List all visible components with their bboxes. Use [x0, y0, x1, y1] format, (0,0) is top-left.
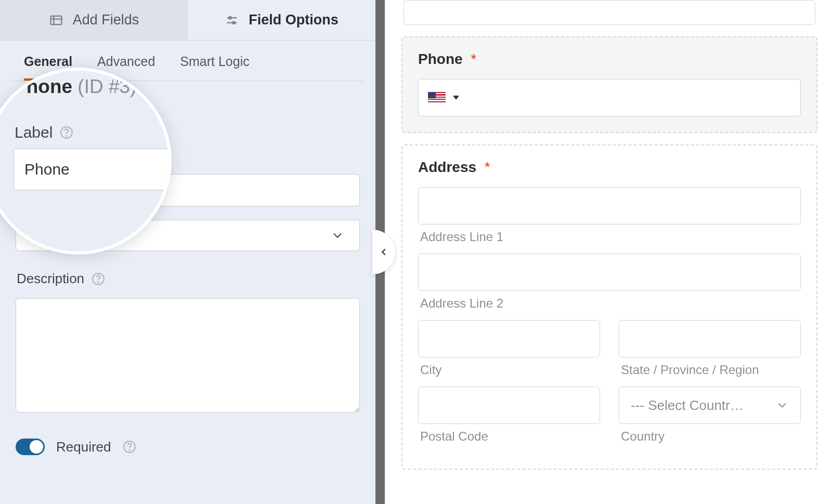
form-preview: Phone * Address * Address Line 1 Address…: [385, 0, 832, 504]
tab-field-options[interactable]: Field Options: [188, 0, 375, 40]
required-asterisk: *: [471, 51, 476, 67]
required-toggle[interactable]: [16, 439, 45, 455]
phone-input[interactable]: [418, 79, 801, 116]
city-label: City: [420, 363, 600, 377]
address-line1-label: Address Line 1: [420, 230, 801, 244]
preview-address-label: Address *: [418, 159, 801, 176]
tab-add-fields[interactable]: Add Fields: [0, 0, 188, 40]
preview-field-address[interactable]: Address * Address Line 1 Address Line 2 …: [401, 144, 817, 470]
svg-point-10: [98, 282, 98, 282]
preview-address-label-text: Address: [418, 159, 476, 175]
required-row: Required: [16, 439, 360, 455]
address-line2-input[interactable]: [418, 254, 801, 291]
field-options-panel: Add Fields Field Options General Advance…: [0, 0, 385, 504]
chevron-down-icon: [775, 399, 789, 412]
country-label: Country: [621, 429, 801, 444]
preview-phone-label-text: Phone: [418, 51, 463, 67]
description-label-text: Description: [17, 271, 84, 287]
country-select-placeholder: --- Select Countr…: [631, 397, 744, 414]
sub-tab-smart-logic[interactable]: Smart Logic: [180, 54, 249, 81]
help-icon[interactable]: [92, 272, 105, 286]
preview-prev-field-slice: [404, 0, 815, 25]
preview-phone-label: Phone *: [418, 51, 801, 68]
address-line1-input[interactable]: [418, 187, 801, 224]
tab-field-options-label: Field Options: [249, 12, 339, 28]
us-flag-icon: [428, 92, 446, 103]
panel-tabs: Add Fields Field Options: [0, 0, 375, 41]
tab-add-fields-label: Add Fields: [73, 12, 139, 28]
postal-input[interactable]: [418, 387, 600, 424]
chevron-left-icon: [378, 246, 389, 258]
mag-label-input: [14, 149, 172, 190]
help-icon: [60, 126, 73, 139]
svg-point-14: [67, 136, 67, 136]
chevron-down-icon: [330, 228, 345, 243]
svg-rect-0: [50, 16, 61, 24]
toggle-knob: [30, 440, 43, 454]
svg-point-12: [129, 450, 129, 450]
state-label: State / Province / Region: [621, 363, 801, 377]
mag-label-label: Label: [15, 124, 53, 141]
postal-label: Postal Code: [420, 429, 600, 444]
address-line2-label: Address Line 2: [420, 296, 801, 311]
country-select[interactable]: --- Select Countr…: [619, 387, 801, 424]
description-textarea[interactable]: [16, 298, 360, 413]
required-label: Required: [56, 439, 111, 455]
state-input[interactable]: [619, 320, 801, 357]
chevron-down-icon: [453, 96, 459, 100]
city-input[interactable]: [418, 320, 600, 357]
help-icon[interactable]: [123, 440, 136, 454]
sliders-icon: [225, 13, 239, 28]
description-row-label: Description: [17, 271, 360, 287]
add-fields-icon: [49, 13, 63, 28]
preview-field-phone[interactable]: Phone *: [401, 36, 817, 133]
required-asterisk: *: [485, 159, 490, 175]
